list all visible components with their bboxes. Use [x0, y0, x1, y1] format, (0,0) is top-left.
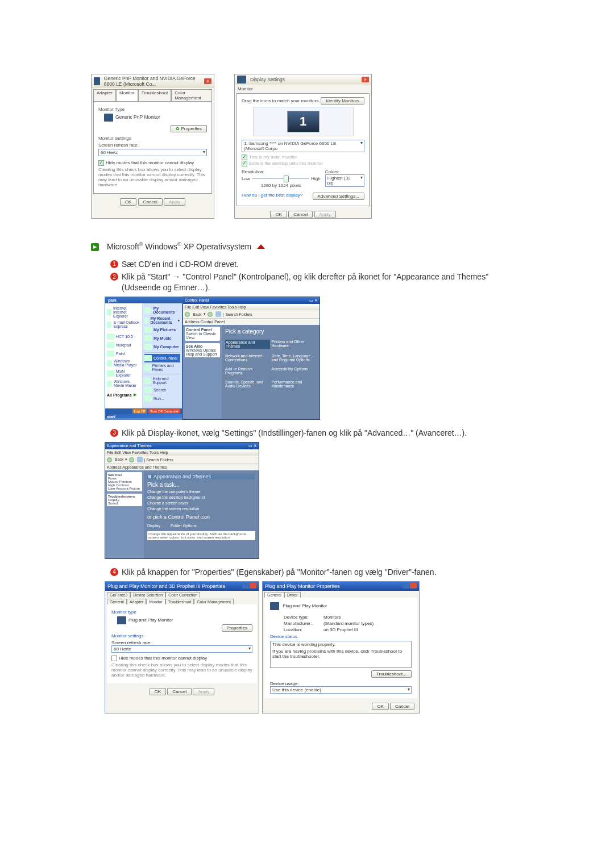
help-icon[interactable]: [242, 583, 249, 589]
control-panel-item[interactable]: Control Panel: [154, 356, 177, 360]
mail-icon: [107, 322, 111, 328]
tab-general[interactable]: General: [264, 592, 284, 598]
dialog-button-row: OK Cancel Apply: [92, 198, 214, 206]
sounds-item[interactable]: Sounds, Speech, and Audio Devices: [225, 380, 270, 388]
tab-color-correction[interactable]: Color Correction: [165, 592, 200, 598]
monitor-name: Generic PnP Monitor: [115, 114, 160, 120]
refresh-rate-dropdown[interactable]: 60 Hertz: [98, 149, 207, 156]
display-hint-text: Change the appearance of your display. S…: [147, 531, 255, 540]
apply-button[interactable]: Apply: [164, 198, 185, 206]
window-controls-icon[interactable]: ▭ ✕: [309, 298, 318, 303]
task-screensaver[interactable]: Choose a screen saver: [147, 501, 255, 505]
resolution-slider[interactable]: LowHigh: [242, 176, 321, 181]
properties-button[interactable]: Properties: [222, 624, 252, 632]
tab-driver[interactable]: Driver: [284, 592, 301, 598]
up-chevron-icon[interactable]: [257, 242, 265, 249]
properties-button[interactable]: ✿ Properties: [171, 125, 207, 132]
fwd-icon[interactable]: [208, 312, 213, 317]
all-programs-item[interactable]: All Programs: [107, 393, 132, 397]
troubleshoot-button[interactable]: Troubleshoot...: [371, 670, 412, 678]
folderopt-icon-item[interactable]: Folder Options: [171, 524, 197, 528]
task-background[interactable]: Change the desktop background: [147, 495, 255, 499]
task-theme[interactable]: Change the computer's theme: [147, 490, 255, 494]
apply-button[interactable]: Apply: [314, 211, 336, 218]
tab-general[interactable]: General: [107, 599, 127, 604]
moviemaker-icon: [107, 381, 112, 387]
step-4-badge: 4: [110, 568, 118, 576]
close-icon[interactable]: [410, 583, 417, 589]
tab-colormgmt[interactable]: Color Management: [171, 89, 212, 101]
advanced-settings-button[interactable]: Advanced Settings...: [313, 193, 364, 200]
cancel-button[interactable]: Cancel: [167, 688, 192, 695]
tab-monitor[interactable]: Monitor: [116, 89, 138, 101]
tab-adapter[interactable]: Adapter: [93, 89, 116, 101]
cp-menubar[interactable]: File Edit View Favorites Tools Help: [183, 304, 320, 310]
ok-button[interactable]: OK: [120, 198, 137, 206]
address-bar[interactable]: Address Control Panel: [183, 318, 320, 325]
top-screenshot-row: Generic PnP Monitor and NVIDIA GeForce 6…: [91, 74, 529, 219]
tab-device-selection[interactable]: Device Selection: [130, 592, 165, 598]
extend-desktop-checkbox[interactable]: [242, 161, 247, 166]
start-button[interactable]: start: [107, 415, 115, 419]
appearance-themes-item[interactable]: Appearance and Themes: [225, 340, 270, 349]
monitor-select-dropdown[interactable]: 1. Samsung **** on NVIDIA GeForce 6600 L…: [242, 140, 364, 152]
cp-title: Control Panel: [185, 298, 209, 303]
printers-hw-item[interactable]: Printers and Other Hardware: [272, 340, 317, 349]
date-time-item[interactable]: Date, Time, Language, and Regional Optio…: [272, 354, 317, 362]
accessibility-item[interactable]: Accessibility Options: [272, 367, 317, 375]
colors-dropdown[interactable]: Highest (32 bit): [325, 174, 364, 187]
hide-modes-checkbox[interactable]: [98, 160, 104, 166]
tab-troubleshoot[interactable]: Troubleshoot: [138, 89, 171, 101]
add-remove-item[interactable]: Add or Remove Programs: [225, 367, 270, 375]
back-icon[interactable]: [185, 312, 190, 317]
task-resolution[interactable]: Change the screen resolution: [147, 507, 255, 511]
monitor-properties-dialog: Generic PnP Monitor and NVIDIA GeForce 6…: [91, 74, 214, 219]
msn-icon: [107, 370, 114, 377]
ok-button[interactable]: OK: [150, 688, 167, 695]
switch-classic-link[interactable]: Switch to Classic View: [186, 332, 219, 340]
cancel-button[interactable]: Cancel: [288, 211, 313, 218]
shutdown-button[interactable]: Turn Off Computer: [148, 409, 180, 414]
ok-button[interactable]: OK: [372, 703, 389, 710]
step-2-screenshots: park Internet Internet Explorer E-mail O…: [105, 297, 529, 420]
tab-monitor[interactable]: Monitor: [146, 599, 165, 604]
cancel-button[interactable]: Cancel: [138, 198, 163, 206]
section-title: Microsoft® Windows® XP Operativsystem: [107, 241, 265, 251]
monitor-icon: [117, 616, 126, 624]
tabstrip: Adapter Monitor Troubleshoot Color Manag…: [92, 88, 214, 101]
tab-monitor: Monitor: [235, 85, 371, 93]
help-icon: [144, 378, 151, 384]
tab-geforce3[interactable]: GeForce3: [107, 592, 130, 598]
monitor-1-icon[interactable]: 1: [287, 111, 320, 132]
monitor-icon: [94, 77, 100, 85]
control-panel-window: Control Panel▭ ✕ File Edit View Favorite…: [182, 297, 320, 420]
performance-item[interactable]: Performance and Maintenance: [272, 380, 317, 388]
close-icon[interactable]: [250, 583, 256, 589]
window-controls-icon[interactable]: ▭ ✕: [248, 444, 257, 448]
close-icon[interactable]: ×: [362, 77, 369, 82]
monitor-layout-area[interactable]: 1: [253, 107, 354, 136]
apply-button[interactable]: Apply: [193, 688, 214, 695]
ok-button[interactable]: OK: [270, 211, 287, 218]
up-icon[interactable]: [215, 311, 221, 317]
display-icon-item[interactable]: Display: [147, 524, 160, 528]
tab-colormgmt[interactable]: Color Management: [194, 599, 234, 604]
tab-troubleshoot[interactable]: Troubleshoot: [165, 599, 194, 604]
network-item[interactable]: Network and Internet Connections: [225, 354, 270, 362]
logoff-button[interactable]: Log Off: [132, 409, 147, 414]
tab-adapter[interactable]: Adapter: [127, 599, 147, 604]
hide-modes-checkbox[interactable]: [111, 656, 117, 661]
notepad-icon: [107, 342, 114, 348]
device-usage-dropdown[interactable]: Use this device (enable): [270, 686, 412, 694]
help-link[interactable]: How do I get the best display?: [242, 193, 302, 200]
help-icon[interactable]: [403, 583, 409, 589]
extend-desktop-label: Extend the desktop onto this monitor: [249, 161, 323, 166]
refresh-rate-dropdown[interactable]: 60 Hertz: [111, 645, 252, 653]
back-icon[interactable]: [107, 457, 112, 462]
step-1-text: Sæt CD'en ind i CD-ROM drevet.: [122, 259, 239, 270]
cancel-button[interactable]: Cancel: [390, 703, 414, 710]
main-monitor-checkbox[interactable]: [242, 155, 247, 160]
resolution-value: 1280 by 1024 pixels: [242, 183, 321, 188]
identify-monitors-button[interactable]: Identify Monitors: [321, 97, 364, 105]
close-icon[interactable]: ×: [204, 78, 211, 84]
